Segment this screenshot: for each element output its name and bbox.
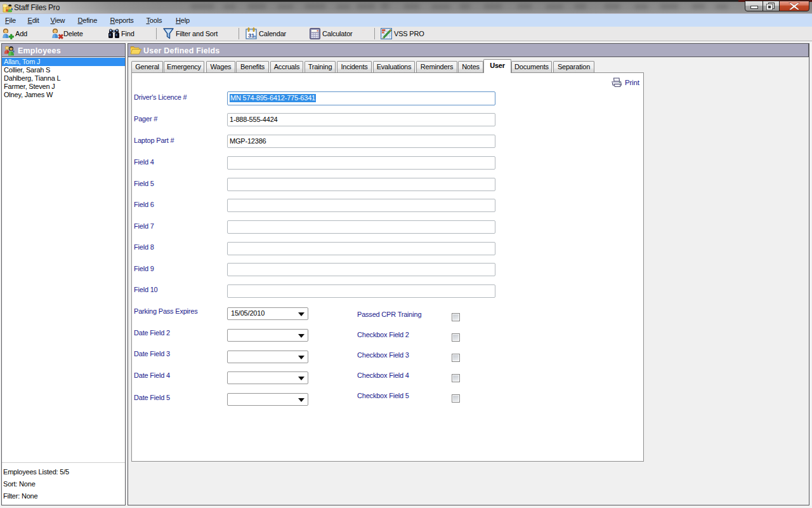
svg-text:31: 31 [248, 32, 255, 39]
